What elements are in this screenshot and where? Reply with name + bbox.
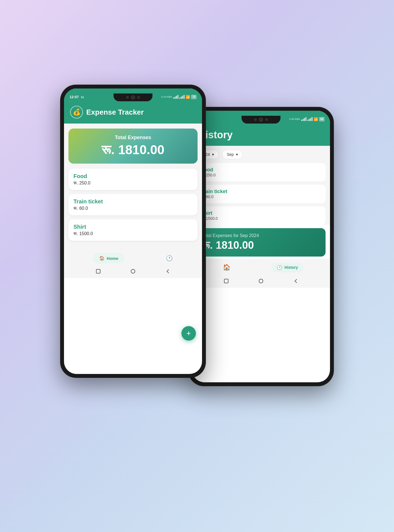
home-nav-btn[interactable]: 🏠 Home [93,253,125,263]
history-total-value: 1810.00 [216,239,254,251]
history-total-card: Total Expenses for Sep 2024 रू. 1810.00 [196,228,326,257]
history-nav-btn[interactable]: 🕐 [166,255,173,262]
app-logo: 💰 [70,106,83,119]
history-total-amount: रू. 1810.00 [202,239,320,252]
history-item-food: Food रू. 250.0 [196,163,326,181]
history-item-train: Train ticket रू. 60.0 [196,185,326,203]
wifi-icon-2: 📶 [314,117,318,121]
expense-food-name: Food [73,173,193,179]
notch-1 [114,93,152,101]
battery-1: 70 [191,95,196,99]
android-nav-1 [64,266,202,278]
expense-shirt-amount: रू. 1500.0 [73,231,193,236]
android-nav-2 [192,275,330,288]
history-total-label: Total Expenses for Sep 2024 [202,233,320,238]
app-title: Expense Tracker [86,108,144,117]
expense-train-name: Train ticket [73,198,193,205]
android-back-2[interactable] [292,278,299,284]
svg-rect-2 [96,269,100,273]
total-label: Total Expenses [74,135,192,141]
home-icon-2: 🏠 [223,264,230,271]
signal-icon-2 [301,117,306,121]
data-speed-1: 0.10 KB/s [161,95,172,98]
history-header: History [192,125,330,146]
total-value: 1810.00 [118,142,164,157]
status-icons-1: 0.10 KB/s 📶 70 [161,95,196,99]
history-bottom-nav: 🏠 🕐 History [192,259,330,275]
history-clock-icon: 🕐 [277,265,282,270]
home-icon-1: 🏠 [99,256,105,261]
wifi-icon-1: 📶 [186,95,190,99]
android-back-1[interactable] [164,268,171,275]
history-train-amount: रू. 60.0 [201,194,321,199]
android-square-1[interactable] [95,268,102,275]
history-shirt-amount: रू. 1500.0 [201,216,321,221]
android-circle-1[interactable] [130,268,136,275]
app-header: 💰 Expense Tracker [64,103,202,124]
expense-item-train[interactable]: Train ticket रू. 60.0 [68,194,198,215]
notch-2 [242,116,280,124]
month-filter-value: Sep [227,152,234,157]
history-food-name: Food [201,167,321,173]
signal-icon-1b [179,95,184,99]
svg-rect-0 [224,279,228,283]
phone-main: 12:07 २८ 0.10 KB/s 📶 70 [61,85,205,377]
history-filters: 2024 ▾ Sep ▾ [192,146,330,163]
history-items-area: Food रू. 250.0 Train ticket रू. 60.0 Shi… [192,163,330,225]
history-shirt-name: Shirt [201,210,321,216]
status-time: 12:07 २८ [70,95,84,99]
history-nav-active[interactable]: 🕐 History [271,263,304,272]
expense-item-food[interactable]: Food रू. 250.0 [68,169,198,190]
total-currency: रू. [102,142,115,157]
history-home-btn[interactable]: 🏠 [218,262,235,273]
history-food-amount: रू. 250.0 [201,173,321,178]
signal-icon-1a [173,95,178,99]
status-icons-2: 0.30 KB/s 📶 69 [289,117,324,121]
bottom-nav-1: 🏠 Home 🕐 [64,250,202,266]
history-icon-1: 🕐 [166,255,173,261]
expense-item-shirt[interactable]: Shirt रू. 1500.0 [68,219,198,241]
main-content: Total Expenses रू. 1810.00 Food रू. 250.… [64,124,202,250]
android-circle-2[interactable] [258,278,264,284]
history-train-name: Train ticket [201,189,321,194]
home-nav-label: Home [107,256,119,261]
expense-food-amount: रू. 250.0 [73,181,193,186]
year-filter-chevron: ▾ [212,152,214,157]
signal-icon-2b [307,117,312,121]
add-expense-fab[interactable]: + [181,326,196,341]
expense-train-amount: रू. 60.0 [73,206,193,211]
android-square-2[interactable] [223,278,230,284]
total-amount: रू. 1810.00 [74,142,192,157]
history-title: History [198,128,324,141]
month-filter[interactable]: Sep ▾ [222,150,243,159]
svg-point-3 [131,269,135,273]
data-speed-2: 0.30 KB/s [289,118,300,120]
svg-point-1 [259,279,263,283]
total-expenses-card: Total Expenses रू. 1810.00 [68,129,198,164]
battery-2: 69 [319,117,324,121]
expense-shirt-name: Shirt [73,224,193,230]
history-item-shirt: Shirt रू. 1500.0 [196,206,326,225]
history-nav-label: History [285,265,298,270]
phone-history: 0.30 KB/s 📶 69 History [189,107,333,386]
month-filter-chevron: ▾ [236,152,238,157]
